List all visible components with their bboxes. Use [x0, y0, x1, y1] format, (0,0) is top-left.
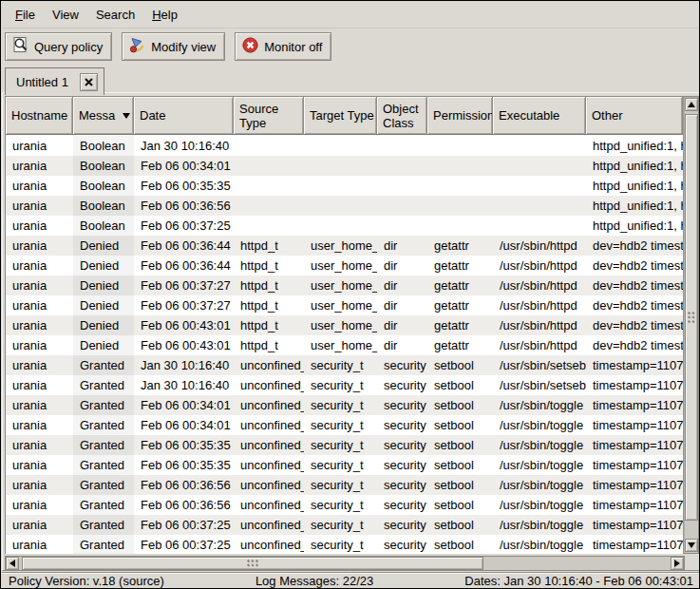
cell-source-type: unconfined_ — [234, 375, 304, 395]
cell-executable: /usr/sbin/toggle — [493, 435, 586, 455]
horizontal-scrollbar[interactable] — [5, 556, 685, 571]
table-row[interactable]: uraniaDeniedFeb 06 00:36:44httpd_tuser_h… — [6, 256, 683, 276]
table-row[interactable]: uraniaGrantedJan 30 10:16:40unconfined_s… — [6, 355, 683, 375]
column-header-messa[interactable]: Messa — [73, 97, 134, 134]
column-header-object-class[interactable]: Object Class — [377, 97, 427, 134]
table-row[interactable]: uraniaBooleanFeb 06 00:37:25httpd_unifie… — [6, 216, 683, 236]
table-row[interactable]: uraniaGrantedFeb 06 00:34:01unconfined_s… — [6, 395, 683, 415]
cell-target-type: user_home_ — [304, 315, 377, 335]
menu-help[interactable]: Help — [143, 4, 186, 26]
cell-other: dev=hdb2 timesta — [586, 276, 683, 295]
cell-date: Jan 30 10:16:40 — [134, 136, 234, 156]
vertical-scrollbar[interactable] — [683, 97, 698, 553]
cell-executable: /usr/sbin/toggle — [493, 395, 586, 415]
cell-messa: Granted — [73, 455, 134, 475]
cell-executable — [493, 176, 586, 196]
close-icon — [85, 78, 93, 86]
table-row[interactable]: uraniaGrantedJan 30 10:16:40unconfined_s… — [6, 375, 683, 395]
horizontal-scrollbar-thumb[interactable] — [22, 557, 483, 570]
scroll-up-button[interactable] — [685, 98, 698, 111]
cell-executable — [493, 136, 586, 156]
cell-object-class: security — [377, 495, 427, 515]
cell-other: httpd_unified:1, h — [586, 176, 683, 196]
monitor-off-button[interactable]: Monitor off — [235, 32, 331, 61]
cell-other: dev=hdb2 timesta — [586, 315, 683, 335]
cell-object-class: dir — [377, 236, 427, 256]
cell-messa: Boolean — [73, 156, 134, 176]
column-header-hostname[interactable]: Hostname — [6, 97, 73, 134]
table-row[interactable]: uraniaGrantedFeb 06 00:35:35unconfined_s… — [6, 435, 683, 455]
cell-object-class — [377, 156, 427, 176]
cell-date: Feb 06 00:36:44 — [134, 236, 234, 256]
cell-source-type: unconfined_ — [234, 395, 304, 415]
table-row[interactable]: uraniaGrantedFeb 06 00:34:01unconfined_s… — [6, 415, 683, 435]
column-header-source-type[interactable]: Source Type — [234, 97, 304, 134]
table-row[interactable]: uraniaBooleanFeb 06 00:36:56httpd_unifie… — [6, 196, 683, 216]
column-header-date[interactable]: Date — [134, 97, 234, 134]
table-row[interactable]: uraniaGrantedFeb 06 00:36:56unconfined_s… — [6, 495, 683, 515]
menu-view[interactable]: View — [44, 4, 87, 26]
menu-file[interactable]: File — [7, 4, 44, 26]
table-row[interactable]: uraniaBooleanJan 30 10:16:40httpd_unifie… — [6, 136, 683, 156]
column-header-label: Object Class — [383, 102, 426, 130]
cell-messa: Granted — [73, 355, 134, 375]
cell-messa: Granted — [73, 415, 134, 435]
table-row[interactable]: uraniaBooleanFeb 06 00:35:35httpd_unifie… — [6, 176, 683, 196]
cell-object-class: security — [377, 475, 427, 495]
tab-close-button[interactable] — [80, 73, 98, 91]
cell-date: Feb 06 00:36:44 — [134, 256, 234, 276]
cell-executable: /usr/sbin/httpd — [493, 295, 586, 315]
cell-source-type — [234, 176, 304, 196]
log-table: HostnameMessaDateSource TypeTarget TypeO… — [5, 96, 699, 554]
menu-search[interactable]: Search — [87, 4, 143, 26]
column-header-target-type[interactable]: Target Type — [304, 97, 377, 134]
table-row[interactable]: uraniaGrantedFeb 06 00:35:35unconfined_s… — [6, 455, 683, 475]
scroll-right-button[interactable] — [671, 557, 684, 570]
toolbar: Query policy Modify view Monitor off — [2, 29, 698, 65]
column-header-permission[interactable]: Permission — [427, 97, 493, 134]
cell-hostname: urania — [6, 375, 73, 395]
cell-other: httpd_unified:1, h — [586, 216, 683, 236]
modify-view-button[interactable]: Modify view — [122, 32, 225, 61]
table-row[interactable]: uraniaDeniedFeb 06 00:43:01httpd_tuser_h… — [6, 315, 683, 335]
cell-object-class: security — [377, 355, 427, 375]
tab-untitled-1[interactable]: Untitled 1 — [5, 67, 104, 95]
query-policy-icon — [11, 36, 29, 57]
vertical-scrollbar-thumb[interactable] — [685, 114, 698, 521]
cell-executable: /usr/sbin/httpd — [493, 315, 586, 335]
scroll-down-button[interactable] — [685, 539, 698, 552]
table-row[interactable]: uraniaGrantedFeb 06 00:37:25unconfined_s… — [6, 515, 683, 535]
query-policy-button[interactable]: Query policy — [5, 32, 112, 61]
grip-icon — [688, 312, 696, 324]
table-row[interactable]: uraniaDeniedFeb 06 00:37:27httpd_tuser_h… — [6, 276, 683, 295]
scroll-left-button[interactable] — [6, 557, 19, 570]
table-row[interactable]: uraniaDeniedFeb 06 00:36:44httpd_tuser_h… — [6, 236, 683, 256]
cell-hostname: urania — [6, 355, 73, 375]
column-header-other[interactable]: Other — [586, 97, 683, 134]
cell-source-type: httpd_t — [234, 295, 304, 315]
cell-target-type — [304, 196, 377, 216]
cell-permission: setbool — [427, 475, 493, 495]
table-row[interactable]: uraniaBooleanFeb 06 00:34:01httpd_unifie… — [6, 156, 683, 176]
cell-source-type: httpd_t — [234, 256, 304, 276]
cell-executable: /usr/sbin/httpd — [493, 256, 586, 276]
cell-hostname: urania — [6, 535, 73, 554]
cell-messa: Granted — [73, 375, 134, 395]
cell-hostname: urania — [6, 395, 73, 415]
cell-object-class: dir — [377, 335, 427, 355]
table-row[interactable]: uraniaDeniedFeb 06 00:37:27httpd_tuser_h… — [6, 295, 683, 315]
cell-hostname: urania — [6, 295, 73, 315]
table-row[interactable]: uraniaGrantedFeb 06 00:37:25unconfined_s… — [6, 535, 683, 554]
cell-messa: Boolean — [73, 196, 134, 216]
cell-object-class: dir — [377, 276, 427, 295]
cell-executable: /usr/sbin/toggle — [493, 415, 586, 435]
table-row[interactable]: uraniaGrantedFeb 06 00:36:56unconfined_s… — [6, 475, 683, 495]
cell-permission — [427, 196, 493, 216]
cell-source-type — [234, 216, 304, 236]
cell-target-type: user_home_ — [304, 236, 377, 256]
cell-other: timestamp=11076 — [586, 435, 683, 455]
table-row[interactable]: uraniaDeniedFeb 06 00:43:01httpd_tuser_h… — [6, 335, 683, 355]
cell-object-class: dir — [377, 315, 427, 335]
cell-date: Feb 06 00:37:25 — [134, 535, 234, 554]
column-header-executable[interactable]: Executable — [493, 97, 586, 134]
